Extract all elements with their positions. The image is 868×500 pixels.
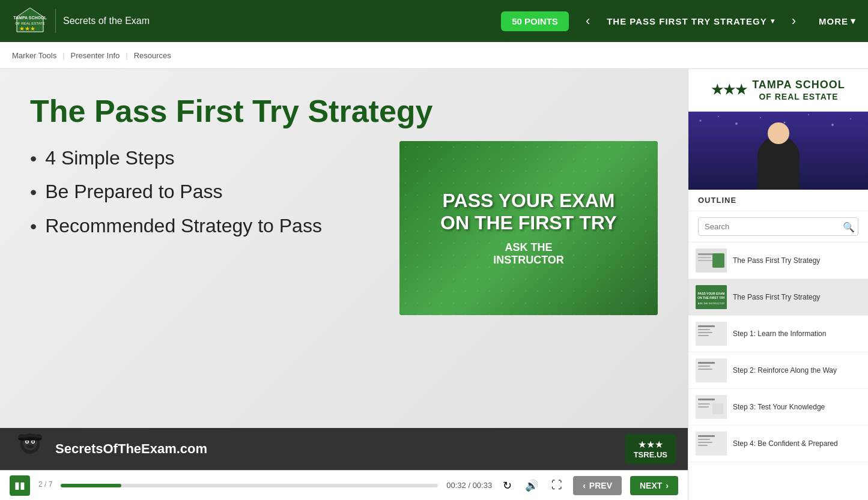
slide-image-inner: PASS YOUR EXAM ON THE FIRST TRY ASK THE … — [399, 141, 658, 315]
svg-rect-41 — [712, 403, 723, 414]
slide-image-box: PASS YOUR EXAM ON THE FIRST TRY ASK THE … — [399, 141, 658, 315]
course-title: Secrets of the Exam — [63, 16, 150, 26]
slide-heading: The Pass First Try Strategy — [30, 93, 658, 129]
outline-thumb-5 — [696, 432, 727, 456]
svg-rect-24 — [698, 260, 713, 261]
prev-arrow-icon: ‹ — [583, 481, 586, 490]
right-logo-stars: ★★★ — [711, 82, 747, 98]
outline-item-label-2: Step 1: Learn the Information — [733, 329, 826, 339]
slide-url: SecretsOfTheExam.com — [55, 441, 207, 457]
svg-point-13 — [700, 120, 702, 122]
slide-bullets: • 4 Simple Steps • Be Prepared to Pass •… — [30, 147, 375, 248]
outline-item-label-0: The Pass First Try Strategy — [733, 256, 820, 266]
search-icon-button[interactable]: 🔍 — [843, 221, 855, 232]
tsre-stars: ★★★ — [634, 439, 667, 450]
marker-tools-link[interactable]: Marker Tools — [12, 51, 56, 60]
svg-point-8 — [26, 441, 28, 443]
outline-header: OUTLINE — [688, 190, 868, 211]
svg-rect-25 — [712, 253, 724, 268]
progress-bar-container[interactable] — [61, 484, 438, 487]
logo-divider — [55, 9, 56, 33]
outline-thumb-0 — [696, 248, 727, 273]
outline-thumb-3 — [696, 358, 727, 382]
presenter-info-link[interactable]: Presenter Info — [71, 51, 120, 60]
outline-thumb-1: PASS YOUR EXAM ON THE FIRST TRY ASK THE … — [696, 285, 727, 309]
svg-rect-43 — [698, 406, 709, 408]
thumb-inner-5 — [696, 432, 727, 456]
svg-text:★★★: ★★★ — [19, 25, 35, 32]
svg-point-10 — [26, 445, 34, 448]
outline-item-5[interactable]: Step 4: Be Confident & Prepared — [688, 426, 868, 462]
svg-text:ASK THE INSTRUCTOR: ASK THE INSTRUCTOR — [698, 302, 724, 305]
svg-rect-42 — [698, 403, 710, 405]
slide-frame: The Pass First Try Strategy • 4 Simple S… — [0, 69, 688, 428]
resources-link[interactable]: Resources — [134, 51, 171, 60]
bullet-dot-2: • — [30, 181, 37, 203]
thumb-inner-4 — [696, 395, 727, 419]
slide-pass-text: PASS YOUR EXAM ON THE FIRST TRY — [428, 190, 629, 234]
search-input[interactable] — [698, 217, 858, 236]
video-controls: ▮▮ 2 / 7 00:32 / 00:33 ↻ 🔊 ⛶ ‹ PREV NEXT — [0, 470, 688, 500]
stars-bg — [688, 112, 868, 190]
svg-point-16 — [760, 117, 761, 118]
points-button[interactable]: 50 POINTS — [501, 11, 569, 31]
svg-rect-46 — [698, 439, 710, 440]
svg-rect-32 — [698, 329, 710, 330]
progress-bar-fill — [61, 484, 121, 487]
right-logo-text: ★★★ TAMPA SCHOOL OF REAL ESTATE — [711, 79, 845, 101]
thumb-inner-0 — [696, 248, 727, 273]
svg-rect-48 — [698, 445, 708, 446]
slide-bullet-3: • Recommended Strategy to Pass — [30, 215, 375, 238]
slide-counter: 2 / 7 — [38, 480, 52, 489]
prev-arrow-button[interactable]: ‹ — [581, 11, 595, 31]
thumb-inner-1: PASS YOUR EXAM ON THE FIRST TRY ASK THE … — [696, 285, 727, 309]
logo-area: TAMPA SCHOOL OF REAL ESTATE ★★★ Secrets … — [12, 5, 150, 38]
outline-item-label-1: The Pass First Try Strategy — [733, 292, 820, 303]
right-panel: ★★★ TAMPA SCHOOL OF REAL ESTATE — [688, 69, 868, 500]
outline-item-4[interactable]: Step 3: Test Your Knowledge — [688, 389, 868, 426]
svg-point-19 — [831, 124, 834, 126]
bullet-dot-1: • — [30, 147, 37, 170]
svg-point-18 — [808, 114, 809, 115]
next-arrow-button[interactable]: › — [787, 11, 801, 31]
thumb-inner-2 — [696, 322, 727, 346]
volume-button[interactable]: 🔊 — [523, 477, 541, 495]
outline-item-1[interactable]: PASS YOUR EXAM ON THE FIRST TRY ASK THE … — [688, 279, 868, 316]
fullscreen-button[interactable]: ⛶ — [549, 477, 565, 494]
outline-item-label-5: Step 4: Be Confident & Prepared — [733, 439, 838, 449]
bullet-dot-3: • — [30, 215, 37, 238]
slide-content: The Pass First Try Strategy • 4 Simple S… — [0, 69, 688, 428]
svg-rect-31 — [698, 325, 715, 327]
main-content: The Pass First Try Strategy • 4 Simple S… — [0, 69, 868, 500]
outline-thumb-4 — [696, 395, 727, 419]
svg-point-14 — [718, 116, 719, 117]
thumb-inner-3 — [696, 358, 727, 382]
replay-button[interactable]: ↻ — [500, 477, 514, 495]
tsre-logo-badge: TAMPA SCHOOL OF REAL ESTATE ★★★ — [12, 5, 48, 38]
svg-rect-47 — [698, 442, 712, 443]
right-logo-area: ★★★ TAMPA SCHOOL OF REAL ESTATE — [688, 69, 868, 112]
outline-item-label-4: Step 3: Test Your Knowledge — [733, 402, 825, 412]
strategy-caret: ▾ — [771, 17, 775, 25]
more-button[interactable]: MORE ▾ — [819, 16, 856, 26]
svg-rect-45 — [698, 435, 715, 437]
pause-button[interactable]: ▮▮ — [10, 475, 30, 496]
outline-item-2[interactable]: Step 1: Learn the Information — [688, 316, 868, 352]
next-arrow-icon: › — [666, 481, 669, 490]
svg-point-9 — [32, 441, 34, 443]
svg-text:TAMPA SCHOOL: TAMPA SCHOOL — [13, 16, 47, 20]
instructor-video — [688, 112, 868, 190]
svg-text:ON THE FIRST TRY: ON THE FIRST TRY — [697, 296, 726, 300]
outline-thumb-2 — [696, 322, 727, 346]
slide-body: • 4 Simple Steps • Be Prepared to Pass •… — [30, 147, 658, 315]
slide-bottom-bar: SecretsOfTheExam.com ★★★ TSRE.US — [0, 428, 688, 470]
outline-item-3[interactable]: Step 2: Reinforce Along the Way — [688, 352, 868, 389]
outline-list: The Pass First Try Strategy PASS YOUR EX… — [688, 242, 868, 500]
slide-bullet-1: • 4 Simple Steps — [30, 147, 375, 170]
next-button[interactable]: NEXT › — [630, 476, 678, 495]
outline-item-0[interactable]: The Pass First Try Strategy — [688, 242, 868, 279]
slide-mascot: SecretsOfTheExam.com — [12, 431, 207, 467]
prev-button[interactable]: ‹ PREV — [573, 476, 622, 495]
svg-rect-38 — [698, 369, 712, 370]
svg-rect-40 — [698, 399, 715, 400]
